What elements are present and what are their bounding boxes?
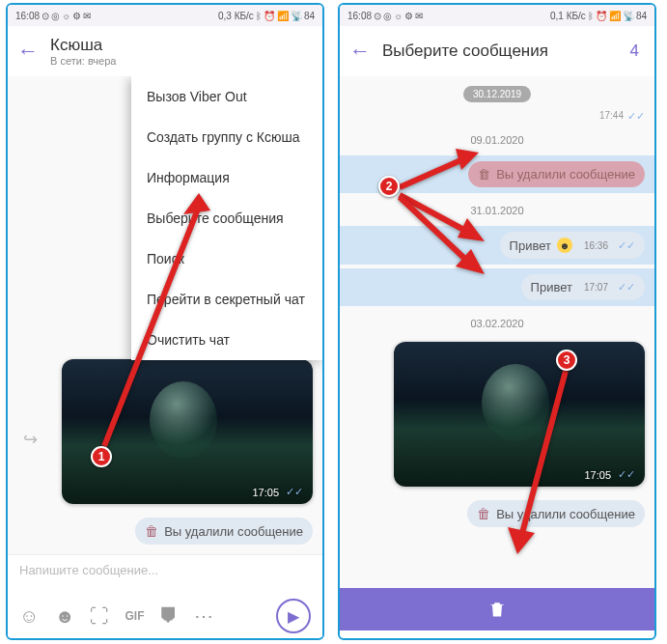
msg-time: 16:36 [584,240,608,251]
arrow-3 [512,367,579,564]
svg-marker-3 [456,149,479,170]
bluetooth-icon: ᛒ [588,11,594,21]
svg-marker-1 [183,193,210,214]
android-nav: ■ ◉ ◀ [8,637,322,640]
bluetooth-icon: ᛒ [256,11,262,21]
sticker-icon[interactable]: ☺ [19,605,39,628]
svg-line-6 [400,197,471,265]
message-text: Привет [531,280,572,294]
date-separator: 03.02.2020 [340,314,654,331]
deleted-text: Вы удалили сообщение [164,524,303,539]
status-icon: ⊙ [42,11,49,21]
deleted-text: Вы удалили сообщение [496,167,635,182]
more-icon[interactable]: ⋯ [194,604,213,628]
status-icon: ☼ [394,11,403,21]
callout-1: 1 [91,446,112,467]
net-speed: 0,1 КБ/с [550,11,586,21]
gif-icon[interactable]: GIF [125,609,144,623]
menu-viber-out[interactable]: Вызов Viber Out [131,76,322,117]
date-separator: 09.01.2020 [340,130,654,148]
image-time-stamp: 17:05✓✓ [252,486,303,498]
battery-label: 84 [304,11,315,21]
status-icon: ⊙ [374,11,381,21]
alarm-icon: ⏰ [264,11,275,21]
net-speed: 0,3 КБ/с [218,11,254,21]
shop-icon[interactable]: ⛊ [159,605,179,628]
status-bar: 16:08 ⊙ ◎ ☼ ⚙ ✉ 0,3 КБ/с ᛒ ⏰ 📶 📡 84 [8,5,322,26]
trash-icon: 🗑 [145,523,158,539]
menu-create-group[interactable]: Создать группу с Ксюша [131,117,322,157]
arrow-2a [396,145,483,197]
svg-line-0 [104,207,199,446]
battery-label: 84 [636,11,647,21]
delete-bar[interactable] [340,588,654,630]
date-separator: 30.12.2019 [340,84,654,102]
status-icon: ☼ [62,11,70,21]
deleted-message: 🗑 Вы удалили сообщение [340,497,654,530]
time-label: 16:08 [347,11,372,21]
attachment-row: ☺ ☻ ⛶ GIF ⛊ ⋯ ▶ [8,595,322,637]
status-icon: ◎ [51,11,60,21]
status-bar: 16:08 ⊙ ◎ ☼ ⚙ ✉ 0,1 КБ/с ᛒ ⏰ 📶 📡 84 [340,5,654,26]
send-button[interactable]: ▶ [276,599,311,633]
message-text: Привет [510,238,551,253]
chat-header: ← Ксюша В сети: вчера [8,26,322,76]
signal-icon: 📶 [277,11,289,21]
status-icon: ✉ [83,11,91,21]
date-separator: 31.01.2020 [340,201,654,218]
msg-time: 17:07 [584,282,608,293]
selection-header: ← Выберите сообщения 4 [340,26,654,76]
chat-area: 30.12.2019 17:44✓✓ 09.01.2020 🗑 Вы удали… [340,76,654,588]
camera-icon[interactable]: ⛶ [90,605,109,628]
wifi-icon: 📡 [291,11,302,21]
message-selected[interactable]: Привет ☻ 16:36 ✓✓ [340,226,654,265]
message-selected[interactable]: Привет 17:07 ✓✓ [340,268,654,306]
svg-line-8 [521,371,566,537]
read-ticks: ✓✓ [618,239,635,252]
header-title: Выберите сообщения [382,42,548,61]
selection-count: 4 [630,42,645,61]
read-ticks: ✓✓ [618,281,635,294]
chat-title[interactable]: Ксюша [50,36,116,55]
chat-subtitle: В сети: вчера [50,55,116,67]
back-icon[interactable]: ← [17,39,39,64]
status-icon: ✉ [415,11,423,21]
callout-3: 3 [556,350,577,371]
trash-icon [487,600,507,619]
trash-icon: 🗑 [477,506,490,521]
smile-emoji: ☻ [557,238,572,253]
alarm-icon: ⏰ [596,11,607,21]
status-icon: ◎ [383,11,392,21]
emoji-icon[interactable]: ☻ [54,605,74,628]
message-input[interactable]: Напишите сообщение... [8,554,322,595]
svg-line-2 [400,158,465,187]
status-icon: ⚙ [404,11,413,21]
phone-right: 16:08 ⊙ ◎ ☼ ⚙ ✉ 0,1 КБ/с ᛒ ⏰ 📶 📡 84 ← Вы… [338,3,656,640]
android-nav: ■ ◉ ◀ [340,630,654,640]
callout-2: 2 [378,176,400,197]
back-icon[interactable]: ← [349,39,371,64]
deleted-message: 🗑 Вы удалили сообщение [8,515,322,547]
timestamp: 17:44✓✓ [340,110,654,123]
status-icon: ⚙ [72,11,81,21]
signal-icon: 📶 [609,11,621,21]
time-label: 16:08 [15,11,40,21]
wifi-icon: 📡 [623,11,634,21]
arrow-1 [97,193,222,458]
arrow-2c [396,193,492,284]
image-message[interactable]: 17:05✓✓ [340,339,654,490]
image-time-stamp: 17:05✓✓ [584,468,635,481]
svg-marker-9 [508,527,535,554]
menu-info[interactable]: Информация [131,157,322,198]
